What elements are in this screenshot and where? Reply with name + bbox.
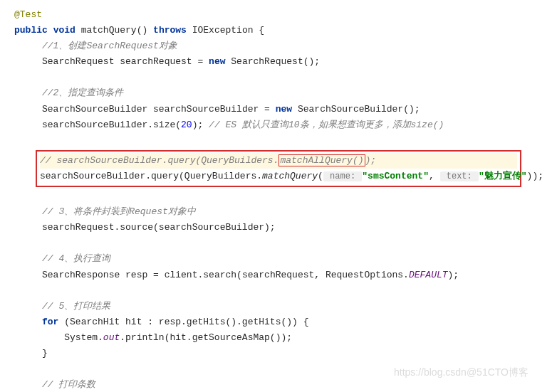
param-hint-name: name: — [323, 171, 362, 181]
blank-line — [14, 189, 543, 204]
close-brace-1: } — [14, 346, 543, 361]
inner-highlight-box: matchAllQuery() — [278, 154, 365, 166]
sourcebuilder-decl: SearchSourceBuilder searchSourceBuilder … — [14, 102, 543, 117]
annotation-line: @Test — [14, 7, 543, 23]
blank-line — [14, 235, 543, 251]
param-hint-text: text: — [440, 171, 479, 181]
comment-5: // 5、打印结果 — [14, 299, 543, 314]
watermark: https://blog.csdn@51CTO博客 — [394, 364, 529, 381]
blank-line — [14, 70, 543, 85]
commented-query-line: // searchSourceBuilder.query(QueryBuilde… — [40, 153, 517, 169]
searchrequest-decl: SearchRequest searchRequest = new Search… — [14, 54, 543, 70]
highlight-box: // searchSourceBuilder.query(QueryBuilde… — [36, 150, 521, 187]
comment-4: // 4、执行查询 — [14, 251, 543, 267]
active-query-line: searchSourceBuilder.query(QueryBuilders.… — [40, 169, 517, 184]
search-call: SearchResponse resp = client.search(sear… — [14, 267, 543, 283]
method-signature: public void matchQuery() throws IOExcept… — [14, 23, 543, 38]
size-call: searchSourceBuilder.size(20); // ES 默认只查… — [14, 117, 543, 133]
comment-2: //2、指定查询条件 — [14, 85, 543, 101]
comment-3: // 3、将条件封装到Request对象中 — [14, 204, 543, 220]
blank-line — [14, 283, 543, 299]
blank-line — [14, 133, 543, 149]
comment-1: //1、创建SearchRequest对象 — [14, 38, 543, 54]
for-loop: for (SearchHit hit : resp.getHits().getH… — [14, 314, 543, 330]
println-hit: System.out.println(hit.getSourceAsMap())… — [14, 330, 543, 346]
source-call: searchRequest.source(searchSourceBuilder… — [14, 220, 543, 235]
